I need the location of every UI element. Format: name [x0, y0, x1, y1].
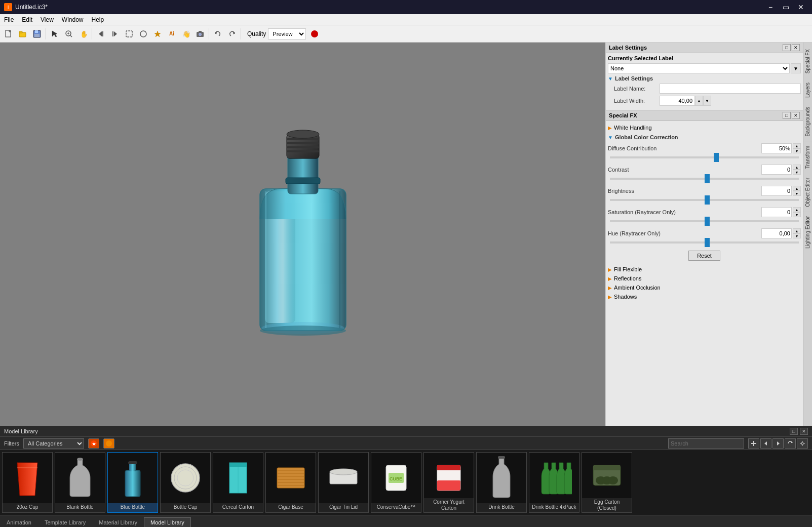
- tab-animation[interactable]: Animation: [0, 517, 38, 527]
- side-tab-backgrounds[interactable]: Backgrounds: [803, 102, 812, 141]
- lib-item-cigar-base[interactable]: Cigar Base: [265, 452, 316, 513]
- maximize-button[interactable]: ▭: [779, 2, 793, 12]
- reset-button[interactable]: Reset: [688, 251, 720, 261]
- special-fx-close[interactable]: ✕: [792, 112, 800, 119]
- ambient-occlusion-toggle[interactable]: ▶ Ambient Occlusion: [608, 283, 801, 292]
- undo-button[interactable]: [211, 27, 224, 40]
- lib-item-cereal-carton[interactable]: Cereal Carton: [213, 452, 263, 513]
- menu-help[interactable]: Help: [88, 15, 108, 24]
- contrast-input[interactable]: [761, 165, 792, 175]
- tab-material-library[interactable]: Material Library: [92, 517, 144, 527]
- lib-item-egg-carton[interactable]: Egg Carton (Closed): [582, 452, 632, 513]
- lib-item-corner-yogurt[interactable]: Corner Yogurt Carton: [423, 452, 474, 513]
- diffuse-slider-thumb[interactable]: [714, 153, 719, 162]
- quality-select[interactable]: Preview Standard High Ultra: [268, 28, 306, 39]
- zoom-button[interactable]: [62, 27, 75, 40]
- tab-template-library[interactable]: Template Library: [38, 517, 92, 527]
- side-tab-layers[interactable]: Layers: [803, 78, 812, 102]
- menu-file[interactable]: File: [0, 15, 18, 24]
- lib-item-conservacube[interactable]: CUBE ConservaCube™: [371, 452, 421, 513]
- handshake-button[interactable]: 👋: [179, 27, 192, 40]
- filters-red-button[interactable]: ★: [88, 438, 99, 449]
- label-settings-toggle[interactable]: ▼ Label Settings: [608, 75, 801, 82]
- ellipse-button[interactable]: [137, 27, 150, 40]
- saturation-slider-thumb[interactable]: [705, 217, 710, 226]
- menu-window[interactable]: Window: [58, 15, 88, 24]
- viewport[interactable]: [0, 43, 605, 426]
- saturation-up[interactable]: ▲: [793, 207, 801, 212]
- model-lib-close[interactable]: ✕: [800, 428, 808, 435]
- diffuse-slider-track[interactable]: [610, 156, 799, 158]
- global-color-toggle[interactable]: ▼ Global Color Correction: [608, 134, 801, 140]
- minimize-button[interactable]: −: [763, 2, 778, 12]
- menu-view[interactable]: View: [36, 15, 58, 24]
- filter-next-button[interactable]: [772, 438, 784, 449]
- contrast-up[interactable]: ▲: [793, 165, 801, 170]
- side-tab-object-editor[interactable]: Object Editor: [803, 173, 812, 212]
- label-name-input[interactable]: [660, 84, 801, 94]
- brightness-slider-thumb[interactable]: [705, 195, 710, 205]
- tab-model-library[interactable]: Model Library: [144, 517, 191, 527]
- brightness-up[interactable]: ▲: [793, 186, 801, 191]
- saturation-slider-track[interactable]: [610, 220, 799, 222]
- save-button[interactable]: [30, 27, 44, 40]
- diffuse-input[interactable]: [761, 143, 792, 153]
- next-button[interactable]: [108, 27, 122, 40]
- filter-prev-button[interactable]: [760, 438, 771, 449]
- side-tab-lighting-editor[interactable]: Lighting Editor: [803, 212, 812, 253]
- camera-button[interactable]: [194, 27, 207, 40]
- label-settings-restore[interactable]: □: [783, 44, 791, 51]
- label-select[interactable]: None: [608, 63, 790, 73]
- hue-down[interactable]: ▼: [793, 233, 801, 238]
- lib-item-bottle-cap[interactable]: Bottle Cap: [160, 452, 211, 513]
- pan-button[interactable]: ✋: [76, 27, 90, 40]
- prev-button[interactable]: [94, 27, 107, 40]
- filter-refresh-button[interactable]: [785, 438, 796, 449]
- contrast-slider-track[interactable]: [610, 178, 799, 180]
- model-lib-restore[interactable]: □: [790, 428, 798, 435]
- white-handling-toggle[interactable]: ▶ White Handling: [608, 123, 801, 132]
- contrast-down[interactable]: ▼: [793, 170, 801, 175]
- lib-item-blank-bottle[interactable]: Blank Bottle: [55, 452, 105, 513]
- filters-orange-button[interactable]: [103, 438, 114, 449]
- fill-flexible-toggle[interactable]: ▶ Fill Flexible: [608, 265, 801, 274]
- label-dropdown-button[interactable]: ▼: [791, 63, 801, 73]
- lib-item-4xpack[interactable]: Drink Bottle 4xPack: [529, 452, 579, 513]
- label-width-input[interactable]: [660, 96, 695, 106]
- redo-button[interactable]: [225, 27, 239, 40]
- brightness-input[interactable]: [761, 186, 792, 196]
- filter-settings-button[interactable]: [797, 438, 808, 449]
- saturation-down[interactable]: ▼: [793, 212, 801, 217]
- new-button[interactable]: [2, 27, 15, 40]
- label-width-down[interactable]: ▼: [703, 96, 711, 106]
- lib-item-blue-bottle[interactable]: Blue Bottle: [107, 452, 158, 513]
- close-button[interactable]: ✕: [794, 2, 808, 12]
- lib-item-drink-bottle[interactable]: Drink Bottle: [476, 452, 527, 513]
- menu-edit[interactable]: Edit: [18, 15, 36, 24]
- filters-category-select[interactable]: All Categories: [23, 438, 84, 449]
- hue-up[interactable]: ▲: [793, 228, 801, 233]
- reflections-toggle[interactable]: ▶ Reflections: [608, 274, 801, 283]
- contrast-slider-thumb[interactable]: [705, 174, 710, 183]
- open-button[interactable]: [16, 27, 29, 40]
- hue-input[interactable]: [761, 228, 792, 238]
- hue-slider-track[interactable]: [610, 241, 799, 244]
- label-width-up[interactable]: ▲: [695, 96, 703, 106]
- diffuse-down[interactable]: ▼: [793, 148, 801, 153]
- diffuse-up[interactable]: ▲: [793, 143, 801, 148]
- hue-slider-thumb[interactable]: [705, 238, 710, 247]
- star-button[interactable]: [151, 27, 164, 40]
- saturation-input[interactable]: [761, 207, 792, 217]
- side-tab-special-fx[interactable]: Special FX: [803, 45, 812, 78]
- select-button[interactable]: [48, 27, 61, 40]
- label-settings-close[interactable]: ✕: [792, 44, 800, 51]
- ai-button[interactable]: Ai: [165, 27, 178, 40]
- lib-item-20oz-cup[interactable]: 20oz Cup: [2, 452, 53, 513]
- shadows-toggle[interactable]: ▶ Shadows: [608, 292, 801, 301]
- crop-button[interactable]: [123, 27, 136, 40]
- side-tab-transform[interactable]: Transform: [803, 141, 812, 173]
- brightness-down[interactable]: ▼: [793, 191, 801, 196]
- search-input[interactable]: [668, 438, 744, 449]
- brightness-slider-track[interactable]: [610, 199, 799, 201]
- special-fx-restore[interactable]: □: [783, 112, 791, 119]
